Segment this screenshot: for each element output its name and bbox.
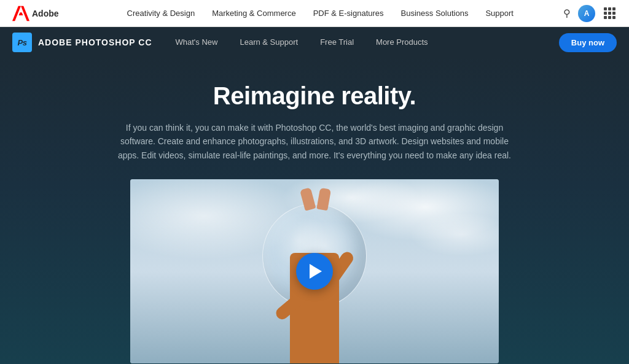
hand-right xyxy=(316,188,331,211)
nav-support[interactable]: Support xyxy=(485,9,514,18)
play-button[interactable] xyxy=(296,253,333,290)
ps-logo-wrap: Ps ADOBE PHOTOSHOP CC xyxy=(12,33,152,52)
top-nav-right: ⚲ A xyxy=(563,5,617,22)
hero-headline: Reimagine reality. xyxy=(12,82,617,110)
hero-section: Reimagine reality. If you can think it, … xyxy=(0,58,629,364)
hero-description: If you can think it, you can make it wit… xyxy=(112,121,517,162)
hand-left xyxy=(300,187,316,211)
product-navigation: Ps ADOBE PHOTOSHOP CC What's New Learn &… xyxy=(0,27,629,58)
nav-business[interactable]: Business Solutions xyxy=(401,9,469,18)
search-icon[interactable]: ⚲ xyxy=(563,7,571,19)
apps-grid-icon[interactable] xyxy=(603,6,617,20)
nav-pdf[interactable]: PDF & E-signatures xyxy=(313,9,384,18)
buy-now-button[interactable]: Buy now xyxy=(559,33,617,52)
hands xyxy=(302,188,329,210)
product-nav-learn-support[interactable]: Learn & Support xyxy=(229,27,309,58)
product-nav-free-trial[interactable]: Free Trial xyxy=(309,27,365,58)
nav-marketing[interactable]: Marketing & Commerce xyxy=(212,9,296,18)
top-nav-links: Creativity & Design Marketing & Commerce… xyxy=(77,9,563,18)
top-navigation: Adobe Creativity & Design Marketing & Co… xyxy=(0,0,629,27)
product-nav-links: What's New Learn & Support Free Trial Mo… xyxy=(165,27,559,58)
nav-creativity[interactable]: Creativity & Design xyxy=(127,9,195,18)
ps-product-name: ADOBE PHOTOSHOP CC xyxy=(38,37,152,47)
ps-icon: Ps xyxy=(12,33,32,52)
product-nav-whats-new[interactable]: What's New xyxy=(165,27,229,58)
product-nav-more-products[interactable]: More Products xyxy=(365,27,439,58)
adobe-logo[interactable]: Adobe xyxy=(12,5,59,22)
avatar[interactable]: A xyxy=(578,5,595,22)
play-triangle-icon xyxy=(310,264,322,279)
video-area[interactable] xyxy=(130,179,499,363)
adobe-brand-text: Adobe xyxy=(32,9,59,18)
